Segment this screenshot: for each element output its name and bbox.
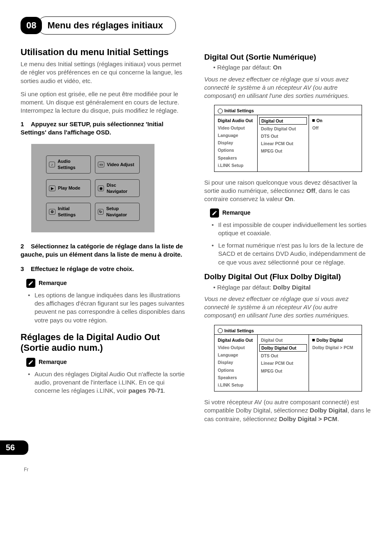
osd-label: Play Mode (58, 185, 80, 191)
italic-note-a: Vous ne devez effectuer ce réglage que s… (204, 75, 371, 100)
panel-left-item: Video Output (214, 124, 257, 132)
subsection-digital-out: Digital Out (Sortie Numérique) (204, 53, 371, 62)
note-2-pages-ref: pages 70-71 (128, 387, 164, 394)
step-2-text: Sélectionnez la catégorie de réglage dan… (21, 243, 183, 258)
text-segment: . (337, 415, 339, 422)
panel-mid-item: Dolby Digital Out (259, 344, 307, 352)
left-column: Utilisation du menu Initial Settings Le … (21, 47, 188, 428)
italic-note-b: Vous ne devez effectuer ce réglage que s… (204, 295, 371, 320)
default-label: Réglage par défaut: (217, 284, 273, 291)
osd-initial-settings: ⚙Initial Settings (46, 203, 91, 221)
page-number-badge: 56 (0, 440, 28, 455)
panel-left-item: Language (214, 132, 257, 139)
panel-mid-item: Digital Out (258, 336, 309, 344)
default-value: On (273, 64, 281, 71)
default-setting-dolby: Réglage par défaut: Dolby Digital (213, 283, 371, 292)
panel-right-col: OnOff (309, 115, 362, 171)
page-footer: 56 Fr (21, 440, 371, 472)
section-heading-initial-settings: Utilisation du menu Initial Settings (21, 47, 188, 58)
panel-right-item: Dolby Digital > PCM (309, 344, 362, 351)
panel-mid-col: Digital OutDolby Digital OutDTS OutLinea… (258, 335, 309, 391)
osd-label: Video Adjust (107, 162, 134, 168)
right-column: Digital Out (Sortie Numérique) Réglage p… (204, 47, 371, 428)
osd-play-mode: ▶Play Mode (46, 179, 91, 197)
nav-icon: ↻ (98, 209, 104, 215)
panel-mid-item: MPEG Out (258, 147, 309, 155)
intro-paragraph-1: Le menu des Initial settings (réglages i… (21, 60, 188, 85)
pencil-icon (210, 208, 219, 218)
note-header-2: Remarque (26, 358, 188, 367)
panel-right-label: Dolby Digital > PCM (312, 345, 353, 350)
panel-left-item: Digital Audio Out (214, 117, 257, 124)
play-icon: ▶ (49, 185, 55, 191)
note-1-bullet: Les options de langue indiquées dans les… (28, 291, 188, 324)
panel-mid-item: Digital Out (259, 117, 307, 125)
language-code: Fr (24, 466, 28, 473)
panel-right-col: Dolby DigitalDolby Digital > PCM (309, 335, 362, 391)
selected-dot-icon (312, 119, 315, 122)
panel-right-item: On (309, 117, 362, 124)
panel-title: Initial Settings (214, 325, 362, 334)
panel-left-col: Digital Audio OutVideo OutputLanguageDis… (214, 335, 258, 391)
text-segment: . (293, 195, 295, 202)
panel-mid-item: MPEG Out (258, 367, 309, 375)
panel-mid-item: DTS Out (258, 132, 309, 140)
panel-left-item: Display (214, 139, 257, 146)
panel-title-text: Initial Settings (224, 328, 254, 334)
osd-label: Audio Settings (58, 158, 88, 171)
panel-left-item: Speakers (214, 154, 257, 162)
osd-audio-settings: ♪Audio Settings (46, 155, 91, 174)
default-label: Réglage par défaut: (217, 64, 273, 71)
panel-left-item: Digital Audio Out (214, 336, 257, 344)
step-1: 1 Appuyez sur SETUP, puis sélectionnez '… (21, 120, 188, 137)
panel-right-item: Dolby Digital (309, 336, 362, 344)
note-2-list: Aucun des réglages Digital Audio Out n'a… (28, 370, 188, 395)
step-1-number: 1 (21, 120, 24, 127)
note-label: Remarque (222, 209, 250, 217)
note-label: Remarque (39, 279, 67, 287)
step-2-number: 2 (21, 243, 24, 250)
off-value: Off (306, 187, 315, 194)
gear-icon (218, 109, 223, 114)
panel-right-label: Dolby Digital (316, 337, 343, 343)
note-header-a: Remarque (210, 208, 371, 218)
panel-mid-item: Linear PCM Out (258, 359, 309, 367)
panel-title: Initial Settings (214, 105, 362, 114)
osd-video-adjust: ▭Video Adjust (95, 155, 140, 174)
panel-mid-col: Digital OutDolby Digital OutDTS OutLinea… (258, 115, 309, 171)
panel-left-item: i.LINK Setup (214, 381, 257, 389)
gear-icon: ⚙ (49, 209, 55, 215)
panel-left-item: Video Output (214, 344, 257, 351)
section-heading-digital-audio-out: Réglages de la Digital Audio Out (Sortie… (21, 332, 188, 354)
panel-left-item: Display (214, 359, 257, 366)
panel-title-text: Initial Settings (224, 108, 254, 114)
selected-dot-icon (312, 339, 315, 341)
step-3: 3 Effectuez le réglage de votre choix. (21, 265, 188, 273)
panel-left-item: Options (214, 146, 257, 154)
settings-panel-dolby-digital: Initial Settings Digital Audio OutVideo … (214, 325, 362, 392)
osd-label: Initial Settings (58, 206, 88, 218)
note-2-bullet: Aucun des réglages Digital Audio Out n'a… (28, 370, 188, 395)
note-a-bullet-2: Le format numérique n'est pas lu lors de… (212, 241, 371, 266)
osd-disc-navigator: ◉Disc Navigator (95, 179, 140, 197)
chapter-number-badge: 08 (21, 17, 42, 34)
subsection-dolby-digital-out: Dolby Digital Out (Flux Dolby Digital) (204, 272, 371, 282)
note-1-list: Les options de langue indiquées dans les… (28, 291, 188, 324)
default-value: Dolby Digital (273, 284, 311, 291)
pencil-icon (26, 279, 35, 288)
osd-menu-illustration: ♪Audio Settings ▭Video Adjust ▶Play Mode… (31, 144, 154, 232)
pencil-icon (26, 358, 35, 367)
step-2: 2 Sélectionnez la catégorie de réglage d… (21, 242, 188, 259)
dolby-digital-value: Dolby Digital (310, 407, 348, 414)
disc-icon: ◉ (98, 185, 104, 191)
chapter-title-wrap: Menu des réglages initiaux (38, 16, 175, 35)
default-setting-digital-out: Réglage par défaut: On (213, 63, 371, 72)
gear-icon (218, 328, 223, 333)
osd-setup-navigator: ↻Setup Navigator (95, 203, 140, 221)
note-2-text-post: . (164, 387, 165, 394)
paragraph-after-panel-b: Si votre récepteur AV (ou autre composan… (204, 398, 371, 423)
panel-left-item: Options (214, 366, 257, 374)
intro-paragraph-2: Si une option est grisée, elle ne peut ê… (21, 90, 188, 115)
osd-label: Setup Navigator (106, 206, 137, 218)
dolby-digital-pcm-value: Dolby Digital > PCM (279, 415, 337, 422)
